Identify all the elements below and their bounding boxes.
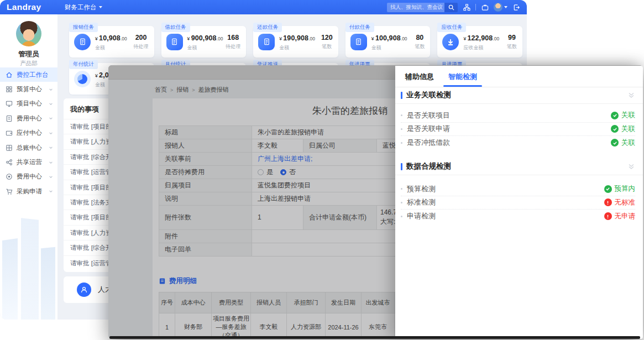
breadcrumb[interactable]: 首页>报销>差旅费报销 [155, 86, 229, 94]
monitor-icon [6, 100, 13, 107]
expense-detail-section: 费用明细 [159, 276, 197, 286]
detail-cell: 2024-11-26 [326, 313, 362, 339]
collapse-icon[interactable] [627, 163, 635, 170]
target-icon [6, 173, 13, 180]
stat-card-1[interactable]: 借款任务¥ 900,908.00金额168待处理 [161, 26, 247, 57]
radio-no[interactable] [280, 169, 286, 175]
detail-cell: 1 [159, 313, 175, 339]
search-button[interactable] [444, 3, 458, 12]
grid-icon [6, 86, 13, 93]
detail-cell: 项目服务费用—服务差旅（交通） [212, 313, 251, 339]
panel-section-header: 数据合规检测 [401, 160, 635, 173]
field-label: 报销人 [159, 139, 252, 153]
logout-icon[interactable] [512, 3, 520, 11]
sidebar-item-8[interactable]: 采购申请 [0, 184, 57, 198]
panel-tab-0[interactable]: 辅助信息 [405, 72, 434, 87]
amount-label: 金额 [187, 44, 223, 51]
user-name: 管理员 [0, 50, 57, 59]
detail-cell: 李文毅 [251, 313, 287, 339]
sidebar-item-3[interactable]: 费用中心 [0, 111, 57, 125]
count-value: 200 [134, 34, 149, 41]
chevron-down-icon [504, 6, 507, 8]
field-label: 说明 [159, 192, 252, 206]
field-label: 附件张数 [159, 206, 252, 230]
radio-yes[interactable] [258, 169, 264, 175]
document-icon [166, 34, 183, 50]
sidebar-item-label: 总账中心 [17, 144, 42, 152]
detail-column-header: 承担部门 [287, 292, 326, 313]
global-search-input[interactable]: 找人、搜知识、查会议 [387, 3, 444, 12]
sidebar-item-label: 费用中心 [17, 172, 42, 181]
check-item: 是否冲抵借款关联 [401, 136, 635, 150]
amount-label: 金额 [371, 44, 407, 51]
exclamation-circle-icon [604, 198, 612, 206]
sidebar-item-6[interactable]: 共享运营 [0, 155, 57, 169]
detail-cell: 东莞市 [362, 313, 395, 339]
sidebar-item-0[interactable]: 费控工作台 [0, 67, 57, 82]
org-chart-icon[interactable] [463, 3, 470, 11]
workspace-menu[interactable]: 财务工作台 [65, 3, 102, 12]
buildings-illustration [0, 215, 57, 320]
share-icon [6, 159, 13, 166]
field-label: 归属项目 [159, 179, 252, 192]
sidebar-item-7[interactable]: 费用中心 [0, 170, 57, 184]
search-icon [448, 4, 454, 11]
user-department: 产品部 [0, 60, 57, 67]
stat-card-0[interactable]: 报销任务¥ 10,908.00金额200待处理 [69, 26, 154, 57]
sidebar: 管理员 产品部 费控工作台预算中心项目中心费用中心应付中心总账中心共享运营费用中… [0, 14, 57, 320]
sidebar-item-1[interactable]: 预算中心 [0, 82, 57, 96]
chevron-down-icon [49, 131, 53, 135]
panel-tabs: 辅助信息智能检测 [405, 72, 477, 87]
profile-avatar[interactable] [16, 21, 41, 46]
divider [395, 87, 643, 87]
section-title: 费用明细 [169, 276, 197, 286]
panel-section-header: 业务关联检测 [401, 88, 635, 102]
person-icon [77, 283, 91, 297]
collapse-icon[interactable] [627, 91, 635, 99]
breadcrumb-item[interactable]: 差旅费报销 [198, 86, 229, 94]
detail-column-header: 报销人员 [251, 292, 287, 313]
detail-column-header: 费用类型 [212, 292, 251, 313]
breadcrumb-item[interactable]: 首页 [155, 86, 167, 94]
sidebar-item-label: 共享运营 [17, 158, 42, 166]
field-label: 附件 [159, 229, 252, 243]
arrow-down-icon [442, 34, 459, 50]
stat-card-3[interactable]: 付款任务¥ 100,908.00金额80笔数 [345, 26, 431, 57]
stat-card-4[interactable]: 应收任务¥ 122,908.00应收金额99笔数 [437, 26, 522, 57]
card-badge: 应收任务 [437, 23, 466, 32]
chevron-down-icon [99, 6, 102, 8]
detail-column-header: 发生日期 [326, 292, 362, 313]
breadcrumb-item[interactable]: 报销 [176, 86, 189, 94]
sidebar-item-label: 采购申请 [17, 187, 42, 196]
stat-card-2[interactable]: 还款任务¥ 190,908.00金额120笔数 [253, 26, 338, 57]
landray-logo: Landray [7, 2, 59, 12]
panel-tab-1[interactable]: 智能检测 [448, 72, 477, 87]
count-value: 99 [507, 34, 517, 41]
document-title: 朱小雷的差旅报销 [312, 104, 388, 117]
sidebar-item-label: 费用中心 [17, 114, 42, 123]
card-badge: 年付统计 [69, 60, 98, 69]
linked-application-link[interactable]: 广州上海出差申请; [258, 155, 312, 163]
sidebar-item-label: 费控工作台 [17, 71, 49, 79]
home-icon [6, 71, 13, 79]
sidebar-menu: 费控工作台预算中心项目中心费用中心应付中心总账中心共享运营费用中心采购申请 [0, 67, 57, 199]
amount-label: 金额 [95, 44, 127, 51]
card-badge: 借款任务 [161, 23, 190, 32]
count-label: 笔数 [507, 43, 517, 50]
sidebar-item-4[interactable]: 应付中心 [0, 126, 57, 140]
workspace-menu-label: 财务工作台 [65, 3, 97, 12]
search-placeholder: 找人、搜知识、查会议 [390, 4, 443, 11]
grid4-icon [6, 144, 13, 151]
count-label: 笔数 [321, 43, 333, 50]
chevron-down-icon [49, 145, 53, 150]
card-badge: 还款任务 [253, 23, 282, 32]
user-menu[interactable] [494, 3, 507, 12]
count-value: 120 [321, 34, 333, 41]
briefcase-icon[interactable] [481, 3, 489, 11]
sidebar-item-2[interactable]: 项目中心 [0, 97, 57, 111]
card-badge: 报销任务 [69, 23, 98, 32]
check-item: 是否关联申请关联 [401, 123, 635, 137]
sidebar-item-5[interactable]: 总账中心 [0, 140, 57, 155]
amount-label: 金额 [279, 44, 315, 51]
sidebar-item-label: 项目中心 [17, 100, 42, 108]
